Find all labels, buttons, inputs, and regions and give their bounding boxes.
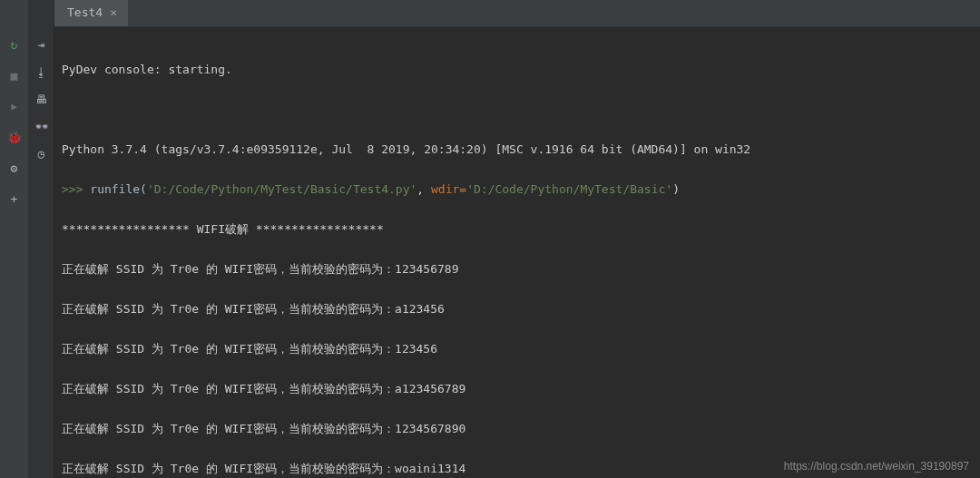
runfile-path: 'D:/Code/Python/MyTest/Basic/Test4.py' xyxy=(147,182,416,196)
console-line xyxy=(62,100,973,120)
runfile-call: runfile( xyxy=(90,182,147,196)
console-line: 正在破解 SSID 为 Tr0e 的 WIFI密码，当前校验的密码为：a1234… xyxy=(62,299,973,319)
debug-icon[interactable]: 🐞 xyxy=(6,129,23,145)
play-icon[interactable]: ▶ xyxy=(6,98,23,114)
console-line: >>> runfile('D:/Code/Python/MyTest/Basic… xyxy=(62,180,973,200)
tab-label: Test4 xyxy=(67,5,103,19)
tab-test4[interactable]: Test4 × xyxy=(54,0,128,26)
add-icon[interactable]: + xyxy=(6,190,23,207)
watermark-text: https://blog.csdn.net/weixin_39190897 xyxy=(784,460,969,473)
settings-icon[interactable]: ⚙ xyxy=(6,160,23,176)
print-icon[interactable]: 🖶 xyxy=(34,91,50,107)
soft-wrap-icon[interactable]: ⇥ xyxy=(34,36,50,53)
console-line: 正在破解 SSID 为 Tr0e 的 WIFI密码，当前校验的密码为：a1234… xyxy=(62,379,973,399)
tab-bar: Test4 × xyxy=(54,0,980,27)
console-line: ****************** WIFI破解 **************… xyxy=(62,219,973,239)
console-output[interactable]: PyDev console: starting. Python 3.7.4 (t… xyxy=(54,27,980,478)
console-line: 正在破解 SSID 为 Tr0e 的 WIFI密码，当前校验的密码为：12345… xyxy=(62,259,973,279)
close-icon[interactable]: × xyxy=(110,5,117,19)
console-line: PyDev console: starting. xyxy=(62,60,973,80)
scroll-end-icon[interactable]: ⭳ xyxy=(34,63,50,80)
console-line: Python 3.7.4 (tags/v3.7.4:e09359112e, Ju… xyxy=(62,140,973,160)
wdir-kw: wdir= xyxy=(431,182,466,196)
history-icon[interactable]: ◷ xyxy=(34,145,50,161)
glasses-icon[interactable]: 👓 xyxy=(34,118,50,134)
gutter-toolbar: ⇥ ⭳ 🖶 👓 ◷ xyxy=(29,0,54,478)
ide-root: ↻ ■ ▶ 🐞 ⚙ + ⇥ ⭳ 🖶 👓 ◷ Test4 × PyDev cons… xyxy=(0,0,980,478)
left-toolbar: ↻ ■ ▶ 🐞 ⚙ + xyxy=(0,0,29,478)
stop-icon[interactable]: ■ xyxy=(6,67,23,83)
console-line: 正在破解 SSID 为 Tr0e 的 WIFI密码，当前校验的密码为：12345… xyxy=(62,419,973,439)
console-line: 正在破解 SSID 为 Tr0e 的 WIFI密码，当前校验的密码为：12345… xyxy=(62,339,973,359)
comma: , xyxy=(416,182,431,196)
paren-close: ) xyxy=(672,182,680,196)
rerun-icon[interactable]: ↻ xyxy=(6,36,23,53)
wdir-path: 'D:/Code/Python/MyTest/Basic' xyxy=(466,182,672,196)
prompt: >>> xyxy=(62,182,90,196)
main-area: Test4 × PyDev console: starting. Python … xyxy=(54,0,980,478)
